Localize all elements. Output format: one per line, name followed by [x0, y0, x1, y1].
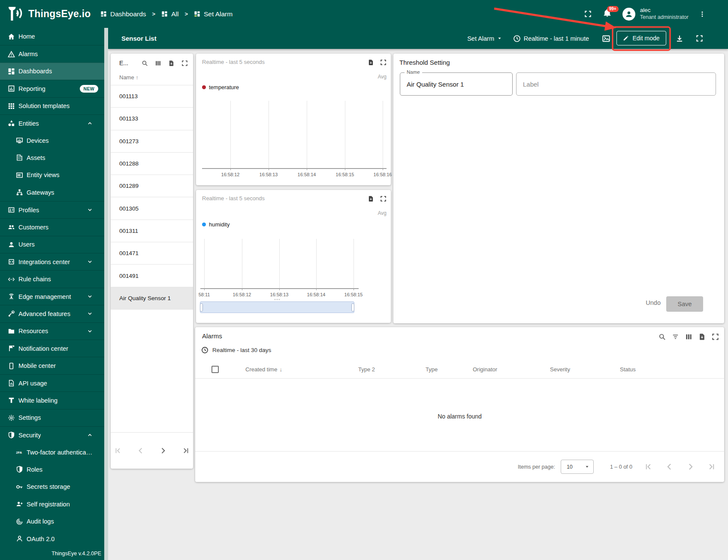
last-page-icon[interactable] [707, 463, 716, 471]
range-handle-right[interactable] [351, 303, 354, 311]
range-handle-left[interactable] [200, 303, 203, 311]
timewindow-button[interactable]: Realtime - last 1 minute [513, 35, 589, 42]
sidebar-item-white-labeling[interactable]: White labeling [0, 391, 104, 409]
sidebar-item-alarms[interactable]: Alarms [0, 45, 104, 62]
dashboard-image-button[interactable] [602, 34, 610, 43]
entity-row[interactable]: 001311 [111, 220, 193, 242]
sidebar-item-edge-management[interactable]: Edge management [0, 288, 104, 305]
column-header-status[interactable]: Status [620, 366, 636, 373]
entity-row[interactable]: 001288 [111, 153, 193, 175]
export-file-icon[interactable] [698, 333, 706, 340]
sidebar-item-profiles[interactable]: Profiles [0, 201, 104, 218]
fullscreen-icon[interactable] [584, 10, 592, 18]
sidebar: HomeAlarmsDashboardsReportingNEWSolution… [0, 28, 108, 560]
sidebar-item-security[interactable]: Security [0, 426, 104, 443]
fullscreen-icon[interactable] [380, 196, 387, 202]
user-menu[interactable]: alec Tenant administrator [640, 7, 689, 21]
sidebar-item-entities[interactable]: Entities [0, 114, 104, 132]
columns-icon[interactable] [155, 60, 161, 66]
sidebar-item-gateways[interactable]: Gateways [0, 184, 104, 201]
sidebar-item-resources[interactable]: Resources [0, 322, 104, 340]
app-logo[interactable]: ThingsEye.io [0, 5, 108, 23]
save-button[interactable]: Save [666, 296, 703, 312]
sidebar-item-reporting[interactable]: ReportingNEW [0, 80, 104, 97]
sidebar-item-assets[interactable]: Assets [0, 149, 104, 166]
avatar[interactable] [622, 8, 635, 21]
fullscreen-icon[interactable] [380, 59, 387, 66]
next-page-icon[interactable] [686, 463, 695, 471]
fullscreen-icon[interactable] [181, 60, 188, 66]
alarms-timewindow-button[interactable]: Realtime - last 30 days [201, 346, 271, 354]
dashboard-state-button[interactable]: Set Alarm [467, 35, 502, 42]
users-icon [8, 241, 15, 248]
sidebar-item-two-factor-authenticati[interactable]: 2FATwo-factor authenticati… [0, 443, 104, 461]
sidebar-item-users[interactable]: Users [0, 236, 104, 253]
sidebar-item-settings[interactable]: Settings [0, 409, 104, 426]
sidebar-item-advanced-features[interactable]: Advanced features [0, 305, 104, 322]
sidebar-item-integrations-center[interactable]: Integrations center [0, 253, 104, 270]
sidebar-item-devices[interactable]: Devices [0, 132, 104, 149]
export-dashboard-button[interactable] [676, 35, 683, 42]
sidebar-item-self-registration[interactable]: Self registration [0, 496, 104, 513]
column-header-type-2[interactable]: Type 2 [358, 366, 375, 373]
label-field[interactable]: Label [516, 72, 716, 96]
legend-temperature[interactable]: temperature [202, 84, 239, 90]
page-size-select[interactable]: 10 [561, 460, 594, 474]
sidebar-item-dashboards[interactable]: Dashboards [0, 63, 104, 80]
entity-row[interactable]: 001471 [111, 242, 193, 265]
breadcrumb-set-alarm[interactable]: Set Alarm [194, 10, 233, 18]
toolbar-fullscreen-button[interactable] [696, 35, 703, 42]
sidebar-item-notification-center[interactable]: Notification center [0, 340, 104, 357]
sidebar-item-home[interactable]: Home [0, 28, 104, 45]
filter-icon[interactable] [672, 333, 679, 340]
sidebar-item-entity-views[interactable]: Entity views [0, 166, 104, 184]
entity-row[interactable]: 001491 [111, 265, 193, 287]
kebab-menu-icon[interactable] [699, 11, 706, 18]
time-range-selector[interactable] [200, 301, 354, 313]
first-page-icon[interactable] [114, 447, 122, 455]
column-header-originator[interactable]: Originator [473, 366, 497, 373]
sidebar-item-roles[interactable]: Roles [0, 461, 104, 478]
sidebar-item-label: Two-factor authenticati… [27, 449, 93, 456]
entity-row-selected[interactable]: Air Quality Sensor 1 [111, 287, 193, 310]
entity-row[interactable]: 001113 [111, 85, 193, 108]
prev-page-icon[interactable] [137, 447, 145, 455]
search-icon[interactable] [142, 60, 148, 66]
sidebar-item-rule-chains[interactable]: Rule chains [0, 270, 104, 287]
breadcrumb-all[interactable]: All [161, 10, 178, 18]
sidebar-item-customers[interactable]: Customers [0, 218, 104, 235]
export-file-icon[interactable] [168, 60, 175, 66]
prev-page-icon[interactable] [665, 463, 674, 471]
entity-row[interactable]: 001273 [111, 130, 193, 153]
first-page-icon[interactable] [644, 463, 652, 471]
sidebar-item-api-usage[interactable]: API usage [0, 374, 104, 391]
breadcrumb-label: Set Alarm [204, 10, 233, 18]
sidebar-item-solution-templates[interactable]: Solution templates [0, 97, 104, 114]
entity-row[interactable]: 001305 [111, 197, 193, 220]
legend-humidity[interactable]: humidity [202, 221, 230, 228]
select-all-checkbox[interactable] [211, 366, 219, 373]
chevron-down-icon [87, 328, 93, 334]
name-column-header[interactable]: Name ↑ [111, 71, 193, 85]
undo-button[interactable]: Undo [646, 299, 661, 306]
search-icon[interactable] [659, 333, 666, 340]
export-file-icon[interactable] [368, 196, 374, 202]
column-header-created-time[interactable]: Created time↓ [245, 366, 282, 373]
sidebar-item-mobile-center[interactable]: Mobile center [0, 357, 104, 374]
last-page-icon[interactable] [182, 447, 190, 455]
fullscreen-icon[interactable] [712, 333, 719, 340]
sidebar-item-oauth-2-0[interactable]: OAuth 2.0 [0, 530, 104, 547]
notifications-button[interactable]: 99+ [603, 9, 611, 19]
entity-row[interactable]: 001289 [111, 175, 193, 197]
export-file-icon[interactable] [368, 59, 374, 66]
entity-row[interactable]: 001133 [111, 108, 193, 130]
column-header-type[interactable]: Type [426, 366, 438, 373]
name-field[interactable]: Name Air Quality Sensor 1 [400, 72, 513, 96]
next-page-icon[interactable] [159, 447, 167, 455]
edit-mode-button[interactable]: Edit mode [616, 31, 666, 45]
column-header-severity[interactable]: Severity [550, 366, 570, 373]
breadcrumb-dashboards[interactable]: Dashboards [100, 10, 146, 18]
sidebar-item-audit-logs[interactable]: Audit logs [0, 513, 104, 530]
sidebar-item-secrets-storage[interactable]: Secrets storage [0, 478, 104, 495]
columns-icon[interactable] [685, 333, 692, 340]
